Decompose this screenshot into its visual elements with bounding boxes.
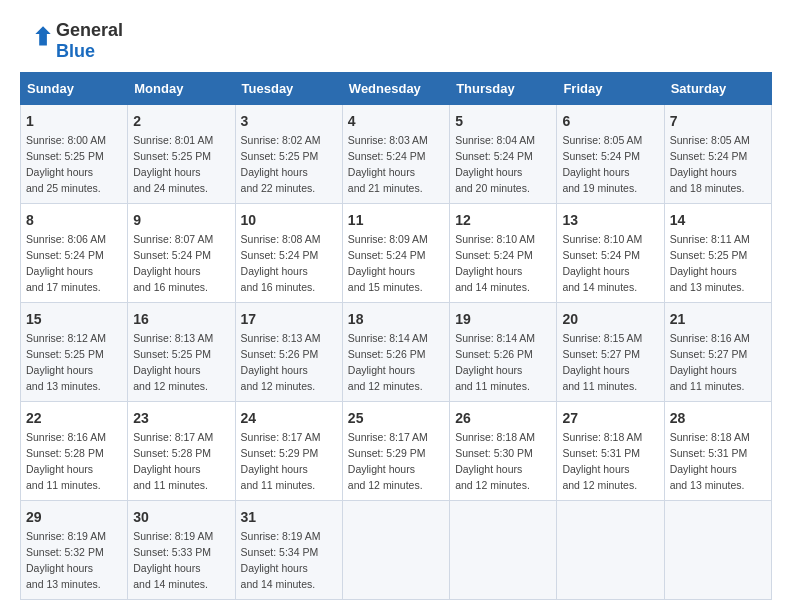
day-number: 9 <box>133 210 229 230</box>
day-info: Sunrise: 8:08 AMSunset: 5:24 PMDaylight … <box>241 233 321 293</box>
calendar-cell: 13 Sunrise: 8:10 AMSunset: 5:24 PMDaylig… <box>557 204 664 303</box>
calendar-cell: 23 Sunrise: 8:17 AMSunset: 5:28 PMDaylig… <box>128 402 235 501</box>
calendar-cell <box>450 501 557 600</box>
day-info: Sunrise: 8:11 AMSunset: 5:25 PMDaylight … <box>670 233 750 293</box>
column-header-saturday: Saturday <box>664 73 771 105</box>
day-number: 25 <box>348 408 444 428</box>
day-info: Sunrise: 8:16 AMSunset: 5:28 PMDaylight … <box>26 431 106 491</box>
day-info: Sunrise: 8:18 AMSunset: 5:30 PMDaylight … <box>455 431 535 491</box>
day-info: Sunrise: 8:15 AMSunset: 5:27 PMDaylight … <box>562 332 642 392</box>
calendar-cell: 15 Sunrise: 8:12 AMSunset: 5:25 PMDaylig… <box>21 303 128 402</box>
day-number: 16 <box>133 309 229 329</box>
day-info: Sunrise: 8:17 AMSunset: 5:28 PMDaylight … <box>133 431 213 491</box>
day-info: Sunrise: 8:14 AMSunset: 5:26 PMDaylight … <box>348 332 428 392</box>
header: General Blue <box>20 20 772 62</box>
calendar-cell: 12 Sunrise: 8:10 AMSunset: 5:24 PMDaylig… <box>450 204 557 303</box>
calendar-cell: 10 Sunrise: 8:08 AMSunset: 5:24 PMDaylig… <box>235 204 342 303</box>
day-number: 20 <box>562 309 658 329</box>
day-number: 14 <box>670 210 766 230</box>
day-number: 31 <box>241 507 337 527</box>
day-number: 30 <box>133 507 229 527</box>
calendar-cell: 17 Sunrise: 8:13 AMSunset: 5:26 PMDaylig… <box>235 303 342 402</box>
week-row-1: 1 Sunrise: 8:00 AMSunset: 5:25 PMDayligh… <box>21 105 772 204</box>
calendar-cell: 16 Sunrise: 8:13 AMSunset: 5:25 PMDaylig… <box>128 303 235 402</box>
day-info: Sunrise: 8:17 AMSunset: 5:29 PMDaylight … <box>241 431 321 491</box>
day-info: Sunrise: 8:19 AMSunset: 5:34 PMDaylight … <box>241 530 321 590</box>
day-number: 15 <box>26 309 122 329</box>
day-number: 29 <box>26 507 122 527</box>
day-number: 24 <box>241 408 337 428</box>
week-row-4: 22 Sunrise: 8:16 AMSunset: 5:28 PMDaylig… <box>21 402 772 501</box>
day-number: 27 <box>562 408 658 428</box>
calendar-cell: 8 Sunrise: 8:06 AMSunset: 5:24 PMDayligh… <box>21 204 128 303</box>
calendar-cell: 7 Sunrise: 8:05 AMSunset: 5:24 PMDayligh… <box>664 105 771 204</box>
calendar-cell <box>342 501 449 600</box>
calendar-cell: 1 Sunrise: 8:00 AMSunset: 5:25 PMDayligh… <box>21 105 128 204</box>
calendar-cell <box>557 501 664 600</box>
day-info: Sunrise: 8:03 AMSunset: 5:24 PMDaylight … <box>348 134 428 194</box>
column-header-thursday: Thursday <box>450 73 557 105</box>
day-number: 13 <box>562 210 658 230</box>
calendar-cell: 14 Sunrise: 8:11 AMSunset: 5:25 PMDaylig… <box>664 204 771 303</box>
logo-text-blue: Blue <box>56 41 95 61</box>
calendar-cell: 25 Sunrise: 8:17 AMSunset: 5:29 PMDaylig… <box>342 402 449 501</box>
calendar-cell: 2 Sunrise: 8:01 AMSunset: 5:25 PMDayligh… <box>128 105 235 204</box>
calendar-cell: 30 Sunrise: 8:19 AMSunset: 5:33 PMDaylig… <box>128 501 235 600</box>
calendar-table: SundayMondayTuesdayWednesdayThursdayFrid… <box>20 72 772 600</box>
day-info: Sunrise: 8:10 AMSunset: 5:24 PMDaylight … <box>562 233 642 293</box>
day-info: Sunrise: 8:02 AMSunset: 5:25 PMDaylight … <box>241 134 321 194</box>
day-info: Sunrise: 8:07 AMSunset: 5:24 PMDaylight … <box>133 233 213 293</box>
day-info: Sunrise: 8:13 AMSunset: 5:25 PMDaylight … <box>133 332 213 392</box>
calendar-cell: 9 Sunrise: 8:07 AMSunset: 5:24 PMDayligh… <box>128 204 235 303</box>
calendar-cell: 28 Sunrise: 8:18 AMSunset: 5:31 PMDaylig… <box>664 402 771 501</box>
column-header-wednesday: Wednesday <box>342 73 449 105</box>
day-number: 5 <box>455 111 551 131</box>
day-number: 8 <box>26 210 122 230</box>
column-header-sunday: Sunday <box>21 73 128 105</box>
header-row: SundayMondayTuesdayWednesdayThursdayFrid… <box>21 73 772 105</box>
calendar-cell <box>664 501 771 600</box>
calendar-cell: 18 Sunrise: 8:14 AMSunset: 5:26 PMDaylig… <box>342 303 449 402</box>
day-number: 10 <box>241 210 337 230</box>
day-info: Sunrise: 8:19 AMSunset: 5:33 PMDaylight … <box>133 530 213 590</box>
day-info: Sunrise: 8:05 AMSunset: 5:24 PMDaylight … <box>670 134 750 194</box>
day-info: Sunrise: 8:00 AMSunset: 5:25 PMDaylight … <box>26 134 106 194</box>
calendar-cell: 19 Sunrise: 8:14 AMSunset: 5:26 PMDaylig… <box>450 303 557 402</box>
day-info: Sunrise: 8:18 AMSunset: 5:31 PMDaylight … <box>670 431 750 491</box>
calendar-cell: 5 Sunrise: 8:04 AMSunset: 5:24 PMDayligh… <box>450 105 557 204</box>
day-number: 22 <box>26 408 122 428</box>
day-number: 18 <box>348 309 444 329</box>
day-number: 28 <box>670 408 766 428</box>
calendar-cell: 4 Sunrise: 8:03 AMSunset: 5:24 PMDayligh… <box>342 105 449 204</box>
day-info: Sunrise: 8:18 AMSunset: 5:31 PMDaylight … <box>562 431 642 491</box>
day-number: 1 <box>26 111 122 131</box>
day-number: 4 <box>348 111 444 131</box>
day-number: 17 <box>241 309 337 329</box>
calendar-cell: 3 Sunrise: 8:02 AMSunset: 5:25 PMDayligh… <box>235 105 342 204</box>
day-number: 23 <box>133 408 229 428</box>
calendar-cell: 26 Sunrise: 8:18 AMSunset: 5:30 PMDaylig… <box>450 402 557 501</box>
day-info: Sunrise: 8:04 AMSunset: 5:24 PMDaylight … <box>455 134 535 194</box>
logo: General Blue <box>20 20 123 62</box>
day-number: 26 <box>455 408 551 428</box>
day-info: Sunrise: 8:14 AMSunset: 5:26 PMDaylight … <box>455 332 535 392</box>
day-number: 7 <box>670 111 766 131</box>
day-number: 2 <box>133 111 229 131</box>
svg-marker-0 <box>35 26 50 45</box>
day-info: Sunrise: 8:19 AMSunset: 5:32 PMDaylight … <box>26 530 106 590</box>
day-info: Sunrise: 8:01 AMSunset: 5:25 PMDaylight … <box>133 134 213 194</box>
day-info: Sunrise: 8:16 AMSunset: 5:27 PMDaylight … <box>670 332 750 392</box>
week-row-5: 29 Sunrise: 8:19 AMSunset: 5:32 PMDaylig… <box>21 501 772 600</box>
day-info: Sunrise: 8:06 AMSunset: 5:24 PMDaylight … <box>26 233 106 293</box>
calendar-cell: 20 Sunrise: 8:15 AMSunset: 5:27 PMDaylig… <box>557 303 664 402</box>
calendar-cell: 31 Sunrise: 8:19 AMSunset: 5:34 PMDaylig… <box>235 501 342 600</box>
day-info: Sunrise: 8:12 AMSunset: 5:25 PMDaylight … <box>26 332 106 392</box>
day-number: 6 <box>562 111 658 131</box>
column-header-tuesday: Tuesday <box>235 73 342 105</box>
column-header-monday: Monday <box>128 73 235 105</box>
calendar-cell: 6 Sunrise: 8:05 AMSunset: 5:24 PMDayligh… <box>557 105 664 204</box>
day-number: 11 <box>348 210 444 230</box>
day-number: 21 <box>670 309 766 329</box>
day-info: Sunrise: 8:13 AMSunset: 5:26 PMDaylight … <box>241 332 321 392</box>
logo-icon <box>20 25 52 57</box>
